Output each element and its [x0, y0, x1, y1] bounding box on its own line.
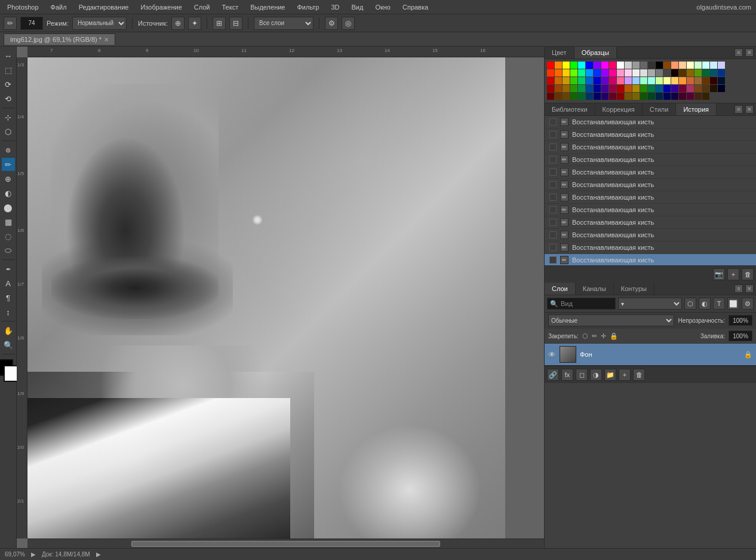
tool-brush[interactable]: ✏ [2, 158, 15, 171]
swatch-r4-21[interactable] [702, 85, 709, 92]
swatch-r3-2[interactable] [555, 77, 562, 84]
swatch-r3-21[interactable] [702, 77, 709, 84]
swatch-r4-2[interactable] [555, 85, 562, 92]
swatch-orange[interactable] [555, 62, 562, 69]
swatch-lt-green[interactable] [694, 62, 702, 69]
swatch-r2-4[interactable] [570, 69, 577, 76]
swatch-lt-purple[interactable] [718, 62, 725, 69]
swatch-r5-2[interactable] [555, 93, 562, 100]
swatch-r4-23[interactable] [718, 85, 725, 92]
swatch-r5-4[interactable] [570, 93, 577, 100]
swatch-r5-13[interactable] [640, 93, 647, 100]
brush-tool-icon[interactable]: ✏ [4, 17, 17, 30]
swatch-r5-3[interactable] [563, 93, 570, 100]
swatch-r3-18[interactable] [679, 77, 686, 84]
source-icon-1[interactable]: ⊕ [171, 17, 185, 30]
swatch-r5-15[interactable] [656, 93, 663, 100]
swatch-r2-9[interactable] [609, 69, 616, 76]
swatch-r5-9[interactable] [609, 93, 616, 100]
lock-pixels-icon[interactable]: ✏ [592, 332, 597, 340]
settings-icon[interactable]: ⚙ [325, 17, 338, 30]
swatch-r3-5[interactable] [578, 77, 585, 84]
swatch-r5-14[interactable] [648, 93, 655, 100]
swatch-r4-3[interactable] [563, 85, 570, 92]
swatch-blue[interactable] [586, 62, 593, 69]
swatch-brown[interactable] [663, 62, 671, 69]
swatch-dk-gray[interactable] [640, 62, 647, 69]
swatch-r2-1[interactable] [547, 69, 554, 76]
menu-edit[interactable]: Редактирование [76, 2, 131, 12]
transform-icon[interactable]: ⊞ [213, 17, 226, 30]
swatch-r2-21[interactable] [702, 69, 709, 76]
history-new-snapshot-btn[interactable]: 📷 [713, 268, 725, 280]
swatch-r2-22[interactable] [710, 69, 717, 76]
layer-visibility-eye[interactable]: 👁 [548, 350, 556, 359]
tool-heal[interactable]: ⊛ [2, 143, 15, 157]
swatch-r5-7[interactable] [594, 93, 601, 100]
swatch-magenta[interactable] [601, 62, 609, 69]
menu-3d[interactable]: 3D [328, 2, 342, 12]
lock-all-icon[interactable]: 🔒 [610, 332, 618, 340]
swatch-r5-1[interactable] [547, 93, 554, 100]
swatch-r5-16[interactable] [663, 93, 671, 100]
swatch-r4-7[interactable] [594, 85, 601, 92]
layer-link-btn[interactable]: 🔗 [547, 369, 559, 381]
history-item-9[interactable]: ✏ Восстанавливающая кисть [545, 216, 756, 229]
lock-transparency-icon[interactable]: ⬡ [582, 332, 588, 340]
swatch-black[interactable] [656, 62, 663, 69]
tool-shape[interactable]: ↕ [2, 305, 15, 319]
swatch-r2-3[interactable] [563, 69, 570, 76]
history-item-8[interactable]: ✏ Восстанавливающая кисть [545, 204, 756, 216]
swatch-r2-10[interactable] [617, 69, 624, 76]
layers-panel-close[interactable]: ✕ [745, 284, 754, 293]
layer-delete-btn[interactable]: 🗑 [633, 369, 645, 381]
tab-libraries[interactable]: Библиотеки [545, 103, 595, 115]
layer-fx-btn[interactable]: fx [561, 369, 573, 381]
extra-icon[interactable]: ◎ [342, 17, 355, 30]
canvas-image[interactable] [27, 57, 505, 538]
swatch-r2-13[interactable] [640, 69, 647, 76]
status-arrow[interactable]: ▶ [31, 551, 36, 558]
history-delete-btn[interactable]: 🗑 [742, 268, 754, 280]
swatch-r3-23[interactable] [718, 77, 725, 84]
layer-mask-btn[interactable]: ◻ [576, 369, 588, 381]
menu-select[interactable]: Выделение [248, 2, 287, 12]
swatch-r5-8[interactable] [601, 93, 609, 100]
tool-gradient[interactable]: ▦ [2, 215, 15, 228]
panel-close-btn[interactable]: ✕ [745, 48, 754, 57]
swatch-r3-13[interactable] [640, 77, 647, 84]
swatch-r4-9[interactable] [609, 85, 616, 92]
tool-marquee[interactable]: ⬚ [2, 63, 15, 76]
menu-window[interactable]: Окно [373, 2, 393, 12]
layers-icon4[interactable]: ⬜ [727, 298, 739, 310]
swatch-r3-9[interactable] [609, 77, 616, 84]
tool-hand[interactable]: ✋ [2, 324, 15, 337]
swatch-r4-19[interactable] [687, 85, 694, 92]
history-item-10[interactable]: ✏ Восстанавливающая кисть [545, 229, 756, 241]
swatch-r4-4[interactable] [570, 85, 577, 92]
swatch-lt-gray[interactable] [625, 62, 632, 69]
swatch-r4-6[interactable] [586, 85, 593, 92]
layers-panel-options[interactable]: ≡ [735, 284, 743, 293]
swatch-yellow[interactable] [563, 62, 570, 69]
swatch-purple[interactable] [594, 62, 601, 69]
tool-eyedropper[interactable]: ⬡ [2, 125, 15, 138]
history-item-11[interactable]: ✏ Восстанавливающая кисть [545, 241, 756, 254]
history-item-5[interactable]: ✏ Восстанавливающая кисть [545, 166, 756, 179]
swatch-pink[interactable] [609, 62, 616, 69]
swatch-r3-22[interactable] [710, 77, 717, 84]
swatch-r4-11[interactable] [625, 85, 632, 92]
blend-mode-dropdown[interactable]: Обычные [548, 314, 674, 326]
swatch-r4-13[interactable] [640, 85, 647, 92]
menu-help[interactable]: Справка [400, 2, 431, 12]
menu-layer[interactable]: Слой [192, 2, 213, 12]
layers-filter-select[interactable]: Все слои [254, 17, 314, 30]
swatch-r2-11[interactable] [625, 69, 632, 76]
tab-paths[interactable]: Контуры [614, 283, 654, 295]
history-item-2[interactable]: ✏ Восстанавливающая кисть [545, 128, 756, 141]
history-item-1[interactable]: ✏ Восстанавливающая кисть [545, 116, 756, 128]
swatch-dkr-gray[interactable] [648, 62, 655, 69]
tool-zoom[interactable]: 🔍 [2, 338, 15, 351]
history-item-12[interactable]: ✏ Восстанавливающая кисть [545, 254, 756, 265]
swatch-r4-22[interactable] [710, 85, 717, 92]
